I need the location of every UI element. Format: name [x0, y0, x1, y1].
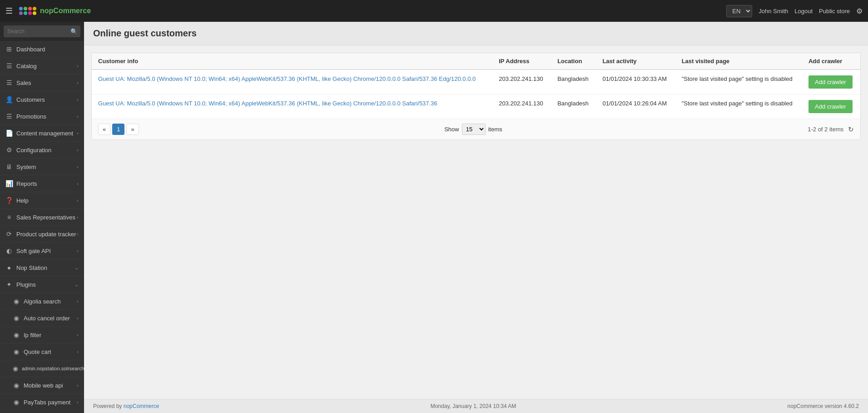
refresh-button[interactable]: ↻ [848, 125, 854, 134]
logo-dot-6 [24, 11, 27, 15]
topnav-right: EN FR DE John Smith Logout Public store … [726, 5, 863, 17]
page-1-button[interactable]: 1 [112, 124, 124, 135]
arrow-icon: ‹ [77, 97, 79, 102]
language-select[interactable]: EN FR DE [726, 5, 752, 17]
next-page-button[interactable]: » [126, 124, 139, 135]
sidebar-item-pinpayments[interactable]: ◉ PinPayments ‹ [0, 411, 84, 413]
sidebar-item-soft-gate-api[interactable]: ◐ Soft gate API ‹ [0, 243, 84, 259]
sidebar: 🔍 ⊞ Dashboard ☰ Catalog ‹ ☰ Sales ‹ 👤 Cu… [0, 22, 84, 413]
ip-filter-icon: ◉ [13, 331, 20, 338]
reports-icon: 📊 [5, 180, 13, 187]
sidebar-item-label: Product update tracker [16, 231, 77, 238]
logo-dot-8 [33, 11, 36, 15]
cell-last-activity: 01/01/2024 10:26:04 AM [596, 95, 675, 119]
customer-info-link[interactable]: Guest UA: Mozilla/5.0 (Windows NT 10.0; … [98, 75, 476, 82]
search-icon-button[interactable]: 🔍 [70, 28, 78, 35]
sidebar-item-customers[interactable]: 👤 Customers ‹ [0, 91, 84, 108]
cell-location: Bangladesh [551, 95, 596, 119]
table-row: Guest UA: Mozilla/5.0 (Windows NT 10.0; … [92, 95, 860, 119]
sidebar-item-paytabs[interactable]: ◉ PayTabs payment ‹ [0, 394, 84, 411]
sidebar-item-nop-station[interactable]: ● Nop Station ⌄ [0, 259, 84, 276]
arrow-icon: ‹ [77, 231, 79, 237]
arrow-icon: ‹ [77, 114, 79, 119]
arrow-icon: ‹ [77, 63, 79, 69]
arrow-icon: ‹ [77, 80, 79, 85]
arrow-icon: ‹ [77, 198, 79, 203]
sidebar-item-auto-cancel-order[interactable]: ◉ Auto cancel order ‹ [0, 310, 84, 327]
sidebar-item-label: Reports [16, 180, 77, 187]
sidebar-item-promotions[interactable]: ☰ Promotions ‹ [0, 108, 84, 125]
public-store-link[interactable]: Public store [819, 8, 850, 15]
col-add-crawler: Add crawler [802, 53, 860, 70]
top-navigation: ☰ nopCommerce EN FR DE John Smith Logout… [0, 0, 868, 22]
product-update-icon: ⟳ [5, 230, 13, 238]
logo-dot-3 [28, 7, 32, 10]
sales-icon: ☰ [5, 79, 13, 86]
add-crawler-button[interactable]: Add crawler [808, 100, 853, 113]
sidebar-item-product-update-tracker[interactable]: ⟳ Product update tracker ‹ [0, 226, 84, 243]
sidebar-item-sales[interactable]: ☰ Sales ‹ [0, 75, 84, 91]
brand-nop: nop [40, 7, 53, 15]
sidebar-item-help[interactable]: ❓ Help ‹ [0, 192, 84, 209]
sidebar-item-label: Auto cancel order [24, 315, 77, 322]
sidebar-item-label: Nop Station [16, 264, 74, 271]
sidebar-item-label: admin.nopstation.solrsearch... [22, 366, 84, 371]
show-label: Show [444, 126, 459, 133]
logo-dot-4 [33, 7, 36, 10]
customer-info-link[interactable]: Guest UA: Mozilla/5.0 (Windows NT 10.0; … [98, 100, 437, 107]
nopcommerce-link[interactable]: nopCommerce [124, 403, 159, 409]
sidebar-item-quote-cart[interactable]: ◉ Quote cart ‹ [0, 343, 84, 360]
sidebar-item-system[interactable]: 🖥 System ‹ [0, 159, 84, 175]
pagination-right: 1-2 of 2 items ↻ [808, 125, 854, 134]
sidebar-item-reports[interactable]: 📊 Reports ‹ [0, 175, 84, 192]
sidebar-item-label: Help [16, 197, 77, 204]
cell-last-activity: 01/01/2024 10:30:33 AM [596, 70, 675, 95]
prev-page-button[interactable]: « [98, 124, 110, 135]
logo-dot-1 [19, 7, 23, 10]
arrow-icon: ‹ [77, 399, 79, 405]
table-body: Guest UA: Mozilla/5.0 (Windows NT 10.0; … [92, 70, 860, 119]
main-content: Online guest customers Customer info IP … [84, 22, 868, 413]
per-page-select[interactable]: 15 25 50 100 [462, 124, 486, 135]
cell-add-crawler: Add crawler [802, 95, 860, 119]
nop-station-icon: ● [5, 264, 13, 271]
sidebar-item-dashboard[interactable]: ⊞ Dashboard [0, 41, 84, 58]
arrow-icon: ‹ [77, 315, 79, 321]
algolia-icon: ◉ [13, 298, 20, 305]
arrow-icon: ‹ [77, 383, 79, 388]
sidebar-item-content-management[interactable]: 📄 Content management ‹ [0, 125, 84, 142]
sidebar-item-label: Content management [16, 130, 77, 137]
paytabs-icon: ◉ [13, 398, 20, 406]
arrow-icon: ‹ [77, 164, 79, 169]
arrow-icon: ‹ [77, 214, 79, 220]
search-input[interactable] [4, 25, 80, 37]
footer-datetime: Monday, January 1, 2024 10:34 AM [431, 403, 516, 409]
logo-area: ☰ nopCommerce [5, 6, 722, 16]
brand-name: nopCommerce [40, 7, 91, 15]
arrow-icon: ‹ [77, 130, 79, 136]
pagination-bar: « 1 » Show 15 25 50 100 items [92, 119, 860, 139]
sidebar-item-sales-reps[interactable]: ≡ Sales Representatives ‹ [0, 209, 84, 226]
sidebar-item-mobile-web-api[interactable]: ◉ Mobile web api ‹ [0, 377, 84, 394]
sidebar-item-algolia-search[interactable]: ◉ Algolia search ‹ [0, 293, 84, 310]
page-title: Online guest customers [93, 28, 859, 39]
pagination-left: « 1 » [98, 124, 139, 135]
sidebar-item-admin-nopstation[interactable]: ◉ admin.nopstation.solrsearch... [0, 360, 84, 377]
sidebar-item-catalog[interactable]: ☰ Catalog ‹ [0, 58, 84, 75]
add-crawler-button[interactable]: Add crawler [808, 75, 853, 89]
sidebar-item-plugins[interactable]: ✦ Plugins ⌄ [0, 276, 84, 293]
logout-link[interactable]: Logout [794, 8, 813, 15]
hamburger-icon[interactable]: ☰ [5, 6, 13, 16]
items-label: items [488, 126, 502, 133]
sidebar-item-configuration[interactable]: ⚙ Configuration ‹ [0, 142, 84, 159]
sidebar-item-ip-filter[interactable]: ◉ Ip filter ‹ [0, 327, 84, 343]
col-last-visited-page: Last visited page [675, 53, 802, 70]
cell-last-visited-page: "Store last visited page" setting is dis… [675, 95, 802, 119]
chevron-down-icon: ⌄ [74, 282, 79, 288]
logo-dot-7 [28, 11, 32, 15]
sidebar-item-label: Configuration [16, 147, 77, 154]
dashboard-icon: ⊞ [5, 45, 13, 53]
settings-icon[interactable]: ⚙ [856, 7, 863, 15]
user-name: John Smith [759, 8, 788, 15]
mobile-web-api-icon: ◉ [13, 382, 20, 389]
